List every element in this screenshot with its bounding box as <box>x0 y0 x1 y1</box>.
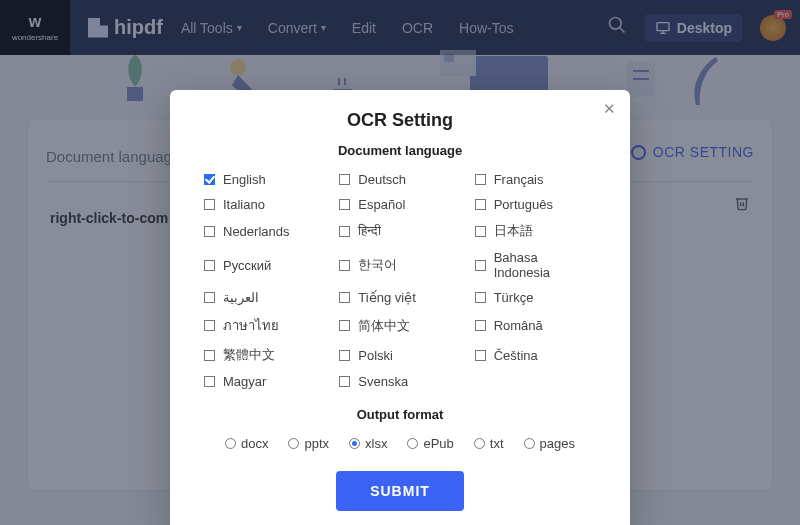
language-option[interactable]: Tiếng việt <box>339 290 460 305</box>
language-label: Русский <box>223 258 271 273</box>
radio-icon <box>474 438 485 449</box>
checkbox-icon <box>204 226 215 237</box>
modal-title: OCR Setting <box>204 110 596 131</box>
language-option[interactable]: Svenska <box>339 374 460 389</box>
language-label: Español <box>358 197 405 212</box>
language-option[interactable]: Magyar <box>204 374 325 389</box>
language-label: Bahasa Indonesia <box>494 250 596 280</box>
language-label: Tiếng việt <box>358 290 415 305</box>
output-format-title: Output format <box>204 407 596 422</box>
radio-icon <box>225 438 236 449</box>
language-option[interactable]: Français <box>475 172 596 187</box>
language-option[interactable]: ภาษาไทย <box>204 315 325 336</box>
language-option[interactable]: Español <box>339 197 460 212</box>
language-label: Čeština <box>494 348 538 363</box>
format-row: docxpptxxlsxePubtxtpages <box>204 436 596 451</box>
language-label: Türkçe <box>494 290 534 305</box>
language-option[interactable]: 简体中文 <box>339 315 460 336</box>
language-option[interactable]: Bahasa Indonesia <box>475 250 596 280</box>
language-label: ภาษาไทย <box>223 315 279 336</box>
checkbox-icon <box>204 174 215 185</box>
format-label: pages <box>540 436 575 451</box>
checkbox-icon <box>204 199 215 210</box>
format-label: docx <box>241 436 268 451</box>
language-option[interactable]: Português <box>475 197 596 212</box>
language-option[interactable]: हिन्दी <box>339 222 460 240</box>
radio-icon <box>349 438 360 449</box>
language-label: Italiano <box>223 197 265 212</box>
language-option[interactable]: 日本語 <box>475 222 596 240</box>
language-option[interactable]: Nederlands <box>204 222 325 240</box>
language-label: Français <box>494 172 544 187</box>
modal-subtitle: Document language <box>204 143 596 158</box>
language-label: العربية <box>223 290 259 305</box>
language-label: English <box>223 172 266 187</box>
submit-button[interactable]: SUBMIT <box>336 471 464 511</box>
format-label: xlsx <box>365 436 387 451</box>
format-option[interactable]: pages <box>524 436 575 451</box>
format-label: pptx <box>304 436 329 451</box>
language-label: Português <box>494 197 553 212</box>
checkbox-icon <box>339 260 350 271</box>
language-label: Nederlands <box>223 224 290 239</box>
language-label: Polski <box>358 348 393 363</box>
language-option[interactable]: Русский <box>204 250 325 280</box>
checkbox-icon <box>204 260 215 271</box>
language-label: Magyar <box>223 374 266 389</box>
language-label: 日本語 <box>494 222 533 240</box>
checkbox-icon <box>339 376 350 387</box>
format-option[interactable]: xlsx <box>349 436 387 451</box>
format-label: txt <box>490 436 504 451</box>
format-option[interactable]: txt <box>474 436 504 451</box>
checkbox-icon <box>339 199 350 210</box>
language-option[interactable]: 한국어 <box>339 250 460 280</box>
language-option[interactable]: Română <box>475 315 596 336</box>
language-label: 简体中文 <box>358 317 410 335</box>
radio-icon <box>288 438 299 449</box>
close-icon[interactable]: ✕ <box>603 100 616 118</box>
radio-icon <box>524 438 535 449</box>
checkbox-icon <box>204 376 215 387</box>
language-option[interactable]: Polski <box>339 346 460 364</box>
checkbox-icon <box>475 320 486 331</box>
checkbox-icon <box>339 226 350 237</box>
checkbox-icon <box>339 292 350 303</box>
ocr-setting-modal: ✕ OCR Setting Document language EnglishD… <box>170 90 630 525</box>
checkbox-icon <box>475 350 486 361</box>
language-label: 한국어 <box>358 256 397 274</box>
checkbox-icon <box>339 320 350 331</box>
checkbox-icon <box>475 199 486 210</box>
checkbox-icon <box>475 292 486 303</box>
language-option[interactable]: Italiano <box>204 197 325 212</box>
checkbox-icon <box>204 320 215 331</box>
language-option[interactable]: 繁體中文 <box>204 346 325 364</box>
language-label: Română <box>494 318 543 333</box>
format-label: ePub <box>423 436 453 451</box>
language-option[interactable]: Türkçe <box>475 290 596 305</box>
language-label: Deutsch <box>358 172 406 187</box>
language-label: Svenska <box>358 374 408 389</box>
checkbox-icon <box>475 260 486 271</box>
checkbox-icon <box>204 350 215 361</box>
modal-overlay[interactable]: ✕ OCR Setting Document language EnglishD… <box>0 0 800 525</box>
checkbox-icon <box>475 226 486 237</box>
language-option[interactable]: Deutsch <box>339 172 460 187</box>
format-option[interactable]: docx <box>225 436 268 451</box>
language-option[interactable]: Čeština <box>475 346 596 364</box>
language-grid: EnglishDeutschFrançaisItalianoEspañolPor… <box>204 172 596 389</box>
language-option[interactable]: العربية <box>204 290 325 305</box>
format-option[interactable]: pptx <box>288 436 329 451</box>
format-option[interactable]: ePub <box>407 436 453 451</box>
checkbox-icon <box>339 174 350 185</box>
language-label: हिन्दी <box>358 223 381 239</box>
language-label: 繁體中文 <box>223 346 275 364</box>
checkbox-icon <box>339 350 350 361</box>
radio-icon <box>407 438 418 449</box>
checkbox-icon <box>204 292 215 303</box>
checkbox-icon <box>475 174 486 185</box>
language-option[interactable]: English <box>204 172 325 187</box>
